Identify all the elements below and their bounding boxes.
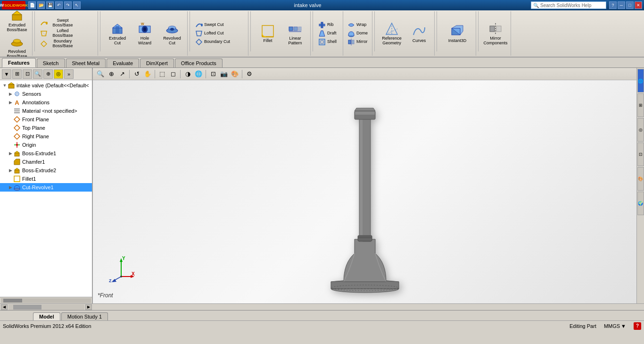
swept-boss-button[interactable]: Swept Boss/Base bbox=[39, 18, 96, 28]
ft-scrollbar-thumb[interactable] bbox=[3, 299, 22, 302]
scrollbar-thumb[interactable] bbox=[13, 305, 41, 310]
ft-item-material[interactable]: ▶ Material <not specified> bbox=[0, 107, 92, 115]
rotate-btn[interactable]: ↺ bbox=[132, 69, 141, 79]
extruded-cut-button[interactable]: ExtrudedCut bbox=[104, 20, 131, 47]
scrollbar-track[interactable] bbox=[8, 304, 84, 310]
ft-item-origin[interactable]: ▶ Origin bbox=[0, 141, 92, 149]
undo-btn[interactable]: ↶ bbox=[55, 1, 63, 9]
save-btn[interactable]: 💾 bbox=[46, 1, 54, 9]
scroll-left-btn[interactable]: ◀ bbox=[1, 304, 8, 310]
view-orient-btn[interactable]: ◻ bbox=[168, 69, 178, 79]
btab-model[interactable]: Model bbox=[33, 312, 60, 320]
ft-config-btn[interactable]: ◎ bbox=[54, 69, 63, 79]
select-btn[interactable]: ↖ bbox=[73, 1, 81, 9]
ft-more-btn[interactable]: » bbox=[64, 69, 74, 79]
revolved-cut-button[interactable]: RevolvedCut bbox=[159, 20, 185, 47]
scene-btn[interactable]: 📷 bbox=[219, 69, 229, 79]
open-btn[interactable]: 📂 bbox=[37, 1, 45, 9]
right-plane-label: Right Plane bbox=[22, 134, 49, 139]
ft-item-right-plane[interactable]: ▶ Right Plane bbox=[0, 132, 92, 141]
ft-search-btn[interactable]: 🔍 bbox=[33, 69, 42, 79]
ft-collapse-btn[interactable]: ⊡ bbox=[23, 69, 32, 79]
ft-item-cut-revolve1[interactable]: ▶ Cut-Revolve1 bbox=[0, 183, 92, 192]
scroll-right-btn[interactable]: ▶ bbox=[85, 304, 92, 310]
zoom-to-fit-btn[interactable]: 🔍 bbox=[96, 69, 105, 79]
rp-btn-6[interactable]: 🌍 bbox=[637, 192, 644, 215]
tab-features[interactable]: Features bbox=[2, 58, 36, 67]
ft-filter-btn[interactable]: ▼ bbox=[2, 69, 11, 79]
draft-button[interactable]: Draft bbox=[317, 29, 341, 38]
fillet-label: Fillet bbox=[263, 39, 272, 43]
editing-part-label: Editing Part bbox=[570, 323, 596, 329]
minimize-btn[interactable]: ─ bbox=[618, 1, 625, 9]
window-title: intake valve bbox=[84, 2, 531, 8]
btab-motion-study[interactable]: Motion Study 1 bbox=[61, 312, 108, 320]
ft-item-annotations[interactable]: ▶ A Annotations bbox=[0, 98, 92, 107]
dome-button[interactable]: Dome bbox=[346, 29, 370, 38]
rp-btn-5[interactable]: 🎨 bbox=[637, 167, 644, 191]
ft-item-root[interactable]: ▼ intake valve (Default<<Default< bbox=[0, 81, 92, 90]
instant3d-button[interactable]: Instant3D bbox=[441, 23, 474, 44]
rp-btn-1[interactable]: 🌐 bbox=[637, 69, 644, 92]
view-sel-btn[interactable]: 🌐 bbox=[194, 69, 203, 79]
ft-item-boss-extrude1[interactable]: ▶ Boss-Extrude1 bbox=[0, 149, 92, 158]
ft-item-front-plane[interactable]: ▶ Front Plane bbox=[0, 115, 92, 124]
ft-item-boss-extrude2[interactable]: ▶ Boss-Extrude2 bbox=[0, 166, 92, 175]
lofted-cut-button[interactable]: Lofted Cut bbox=[194, 29, 246, 38]
new-btn[interactable]: 📄 bbox=[28, 1, 36, 9]
ft-scrollbar-track[interactable] bbox=[1, 298, 91, 303]
tab-office[interactable]: Office Products bbox=[175, 59, 223, 67]
maximize-btn[interactable]: □ bbox=[626, 1, 634, 9]
curves-button[interactable]: Curves bbox=[406, 20, 432, 47]
help-icon-btn[interactable]: ? bbox=[634, 322, 641, 330]
ft-scrollbar[interactable] bbox=[0, 297, 92, 303]
vp-sep5 bbox=[242, 70, 242, 78]
zoom-in-btn[interactable]: ⊕ bbox=[107, 69, 116, 79]
shell-button[interactable]: Shell bbox=[317, 38, 341, 46]
search-box[interactable]: 🔍 Search SolidWorks Help bbox=[531, 1, 606, 9]
feature-tree-content[interactable]: ▼ intake valve (Default<<Default< ▶ Sens… bbox=[0, 80, 92, 297]
pan-btn[interactable]: ✋ bbox=[143, 69, 152, 79]
viewport-canvas[interactable]: Y X Z *Front bbox=[93, 80, 636, 303]
previous-view-btn[interactable]: ↗ bbox=[117, 69, 127, 79]
fillet-button[interactable]: Fillet bbox=[255, 20, 281, 47]
display-style-btn[interactable]: ⬚ bbox=[157, 69, 167, 79]
ft-item-sensors[interactable]: ▶ Sensors bbox=[0, 90, 92, 98]
tab-dimxpert[interactable]: DimXpert bbox=[140, 59, 174, 67]
redo-btn[interactable]: ↷ bbox=[64, 1, 72, 9]
extruded-boss-button[interactable]: Extruded Boss/Base bbox=[4, 10, 30, 34]
boundary-boss-button[interactable]: Boundary Boss/Base bbox=[39, 39, 96, 49]
section-view-btn[interactable]: ◑ bbox=[183, 69, 192, 79]
view-settings-btn[interactable]: ⚙ bbox=[245, 69, 254, 79]
hole-wizard-button[interactable]: W HoleWizard bbox=[132, 20, 158, 47]
revolved-boss-button[interactable]: RevolvedBoss/Base bbox=[4, 34, 30, 58]
swept-cut-button[interactable]: Swept Cut bbox=[194, 21, 246, 29]
ft-item-top-plane[interactable]: ▶ Top Plane bbox=[0, 124, 92, 132]
boundary-cut-button[interactable]: Boundary Cut bbox=[194, 38, 246, 46]
appearance-btn[interactable]: ⊡ bbox=[208, 69, 218, 79]
mirror-components-button[interactable]: MirrorComponents bbox=[482, 20, 509, 47]
lofted-boss-button[interactable]: Lofted Boss/Base bbox=[39, 28, 96, 39]
mirror-tool-button[interactable]: Mirror bbox=[346, 38, 370, 46]
mirror-components-icon bbox=[488, 21, 503, 36]
ft-item-fillet1[interactable]: ▶ Fillet1 bbox=[0, 175, 92, 183]
tab-sketch[interactable]: Sketch bbox=[37, 59, 65, 67]
tab-evaluate[interactable]: Evaluate bbox=[107, 59, 139, 67]
annotations-expand-icon: ▶ bbox=[8, 100, 13, 105]
ft-item-chamfer1[interactable]: ▶ Chamfer1 bbox=[0, 158, 92, 166]
close-btn[interactable]: ✕ bbox=[635, 1, 642, 9]
rp-btn-4[interactable]: ⊡ bbox=[637, 143, 644, 166]
rib-button[interactable]: Rib bbox=[317, 21, 341, 29]
wrap-button[interactable]: Wrap bbox=[346, 21, 370, 29]
ft-expand-btn[interactable]: ⊞ bbox=[12, 69, 22, 79]
units-dropdown-icon[interactable]: ▼ bbox=[621, 323, 626, 329]
help-btn[interactable]: ? bbox=[609, 1, 617, 9]
sep5 bbox=[313, 11, 313, 51]
tab-sheet-metal[interactable]: Sheet Metal bbox=[66, 59, 106, 67]
rp-btn-2[interactable]: ⊞ bbox=[637, 93, 644, 117]
realview-btn[interactable]: 🎨 bbox=[230, 69, 239, 79]
rp-btn-3[interactable]: ◎ bbox=[637, 118, 644, 142]
linear-pattern-button[interactable]: LinearPattern bbox=[282, 20, 308, 47]
reference-geometry-button[interactable]: ReferenceGeometry bbox=[379, 20, 405, 47]
ft-add-btn[interactable]: ⊕ bbox=[43, 69, 53, 79]
